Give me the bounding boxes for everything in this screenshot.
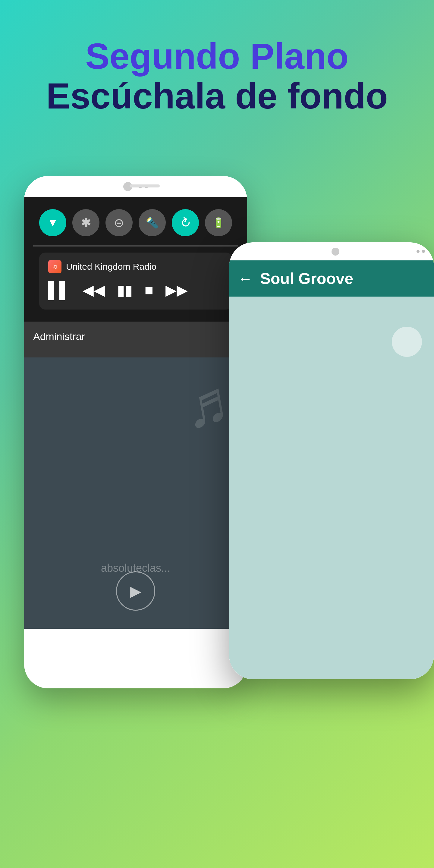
media-notification: ♫ United Kingdom Radio ▌▌ ◀◀ ▮▮ ■ ▶▶ xyxy=(39,253,232,310)
soul-groove-content xyxy=(229,297,434,679)
app-bar: ← Soul Groove xyxy=(229,260,434,297)
bluetooth-icon[interactable]: ✱ xyxy=(72,209,99,236)
phone2-inner: ← Soul Groove xyxy=(229,242,434,679)
sync-icon[interactable]: ↻ xyxy=(172,209,199,236)
header-section: Segundo Plano Escúchala de fondo xyxy=(0,0,434,140)
battery-icon[interactable]: 🔋 xyxy=(205,209,232,236)
app-bar-title: Soul Groove xyxy=(260,270,353,287)
stop-button[interactable]: ■ xyxy=(145,282,153,299)
skip-prev-button[interactable]: ◀◀ xyxy=(83,281,105,299)
media-app-info: ♫ United Kingdom Radio xyxy=(48,260,223,273)
media-app-name: United Kingdom Radio xyxy=(66,261,156,272)
media-app-icon: ♫ xyxy=(48,260,61,273)
title-line2: Escúchala de fondo xyxy=(0,76,434,116)
phone1-top-bar xyxy=(24,176,247,197)
phone2-top-bar xyxy=(229,242,434,260)
phone2-camera xyxy=(332,248,339,255)
admin-title: Administrar xyxy=(33,331,238,342)
skip-next-button[interactable]: ▶▶ xyxy=(165,281,188,299)
phones-container: ▼ ✱ ⊝ 🔦 ↻ 🔋 xyxy=(0,158,434,731)
phone2-dots xyxy=(416,250,425,253)
phone-2-device: ← Soul Groove xyxy=(229,242,434,679)
pause-button[interactable]: ▮▮ xyxy=(117,281,133,299)
sg-circle-decoration xyxy=(392,327,422,357)
phone-1-device: ▼ ✱ ⊝ 🔦 ↻ 🔋 xyxy=(24,176,247,688)
dnd-icon[interactable]: ⊝ xyxy=(105,209,133,236)
media-controls: ▌▌ ◀◀ ▮▮ ■ ▶▶ xyxy=(48,278,223,302)
music-note-bg: ♬ xyxy=(178,366,235,442)
play-button-large[interactable]: ▶ xyxy=(116,571,155,611)
prev-button[interactable]: ▌▌ xyxy=(48,281,70,299)
title-line1: Segundo Plano xyxy=(0,36,434,76)
phone2-dot2 xyxy=(422,250,425,253)
qs-divider xyxy=(33,245,238,247)
phone2-dot1 xyxy=(416,250,420,253)
dark-content-area: ♬ absoluteclas... ▶ xyxy=(24,358,247,629)
quick-settings-row: ▼ ✱ ⊝ 🔦 ↻ 🔋 xyxy=(33,203,238,242)
page-container: Segundo Plano Escúchala de fondo ▼ xyxy=(0,0,434,868)
phone1-speaker xyxy=(130,184,160,187)
flashlight-icon[interactable]: 🔦 xyxy=(138,209,166,236)
back-button[interactable]: ← xyxy=(238,270,253,287)
wifi-icon[interactable]: ▼ xyxy=(39,209,66,236)
notification-shade: ▼ ✱ ⊝ 🔦 ↻ 🔋 xyxy=(24,197,247,321)
admin-section: Administrar xyxy=(24,321,247,358)
